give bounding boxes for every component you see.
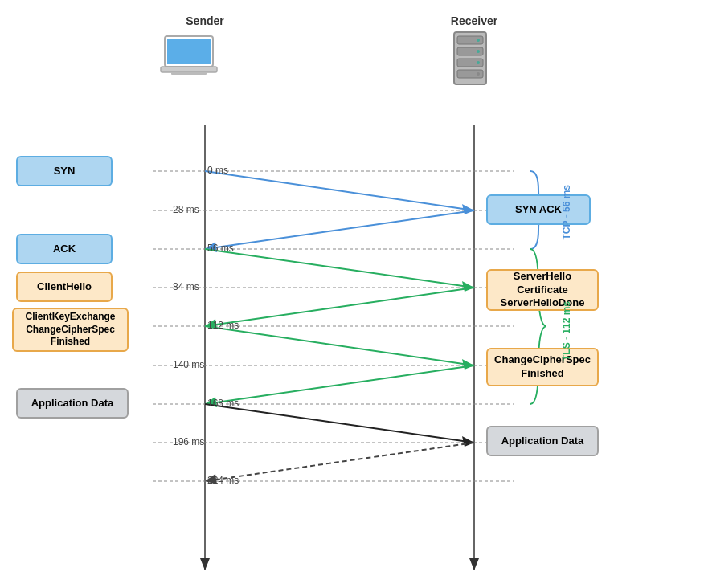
svg-line-19: [205, 288, 474, 326]
time-84ms: 84 ms: [173, 281, 199, 292]
svg-point-41: [477, 72, 480, 76]
sender-label: Sender: [161, 14, 249, 27]
time-112ms: 112 ms: [207, 320, 239, 331]
tls-brace-label: TLS - 112 ms: [561, 301, 572, 361]
svg-line-15: [205, 210, 474, 249]
time-0ms: 0 ms: [207, 165, 228, 176]
syn-ack-box: SYN ACK: [486, 194, 591, 225]
receiver-label: Receiver: [430, 14, 518, 27]
tcp-brace-label: TCP - 56 ms: [561, 185, 572, 239]
client-hello-box: ClientHello: [16, 272, 113, 302]
time-224ms: 224 ms: [207, 475, 239, 486]
svg-point-38: [477, 39, 480, 42]
svg-marker-18: [462, 281, 474, 292]
receiver-icon: [438, 28, 502, 95]
svg-marker-2: [200, 558, 210, 570]
svg-line-23: [205, 365, 474, 404]
time-28ms: 28 ms: [173, 204, 199, 215]
svg-line-27: [205, 443, 474, 481]
ack-box: ACK: [16, 234, 113, 264]
svg-line-25: [205, 404, 474, 443]
svg-rect-30: [167, 39, 211, 64]
time-168ms: 168 ms: [207, 398, 239, 409]
svg-rect-31: [161, 67, 217, 72]
svg-line-17: [205, 249, 474, 288]
svg-marker-14: [462, 204, 474, 214]
time-140ms: 140 ms: [173, 359, 204, 370]
sender-icon: [157, 32, 221, 91]
svg-line-13: [205, 171, 474, 210]
svg-point-39: [477, 50, 480, 53]
app-data-sender-box: Application Data: [16, 388, 129, 419]
app-data-receiver-box: Application Data: [486, 426, 599, 456]
svg-marker-3: [469, 558, 479, 570]
diagram: Sender Receiver 0 ms 28: [0, 0, 704, 588]
svg-marker-22: [462, 359, 474, 370]
svg-marker-26: [462, 436, 474, 447]
svg-line-21: [205, 326, 474, 365]
syn-box: SYN: [16, 156, 113, 186]
time-196ms: 196 ms: [173, 436, 204, 447]
time-56ms: 56 ms: [207, 243, 234, 254]
change-cipher-spec-box: ChangeCipherSpec Finished: [486, 348, 599, 386]
svg-rect-32: [171, 72, 207, 75]
client-key-exchange-box: ClientKeyExchange ChangeCipherSpec Finis…: [12, 308, 129, 352]
svg-point-40: [477, 61, 480, 64]
server-hello-box: ServerHello Certificate ServerHelloDone: [486, 269, 599, 311]
